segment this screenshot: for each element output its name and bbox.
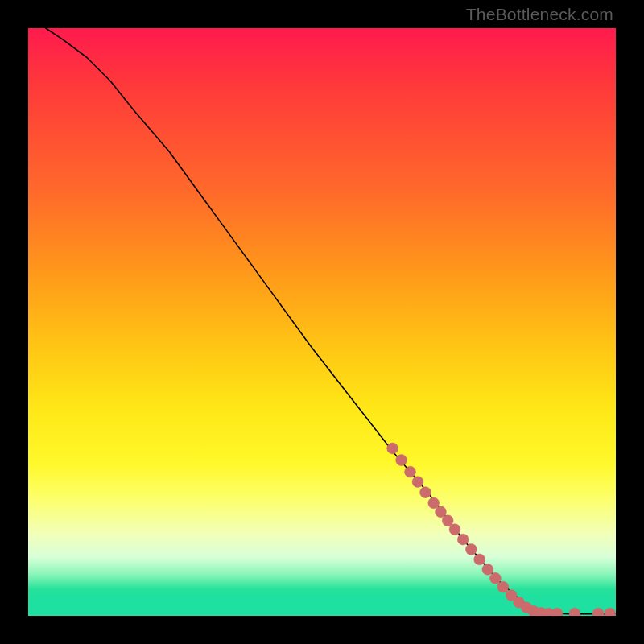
- bottleneck-curve: [46, 28, 616, 614]
- data-marker: [412, 477, 423, 488]
- data-marker: [449, 524, 460, 535]
- data-marker: [551, 608, 563, 616]
- chart-svg: [28, 28, 616, 616]
- data-marker: [497, 581, 509, 592]
- data-marker: [396, 455, 407, 466]
- data-marker: [465, 544, 477, 555]
- data-marker: [420, 487, 431, 498]
- data-marker: [482, 564, 493, 575]
- sample-markers: [387, 443, 616, 616]
- plot-area: [28, 28, 616, 616]
- data-marker: [442, 515, 453, 526]
- data-marker: [405, 466, 416, 477]
- data-marker: [569, 608, 580, 616]
- data-marker: [605, 608, 616, 616]
- chart-frame: TheBottleneck.com: [0, 0, 644, 644]
- data-marker: [436, 506, 447, 518]
- data-marker: [592, 608, 604, 616]
- data-marker: [489, 572, 501, 584]
- data-marker: [457, 534, 469, 545]
- data-marker: [387, 443, 398, 454]
- data-marker: [428, 497, 440, 509]
- data-marker: [474, 554, 485, 565]
- watermark-text: TheBottleneck.com: [466, 5, 613, 24]
